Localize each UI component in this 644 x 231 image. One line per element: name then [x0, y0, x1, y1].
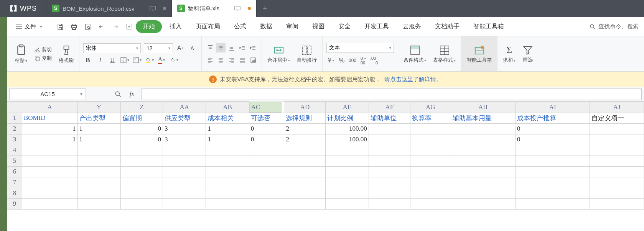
- align-left-icon[interactable]: [206, 56, 215, 65]
- cell-AB2[interactable]: 1: [206, 123, 249, 134]
- cell-Y9[interactable]: [77, 198, 120, 209]
- cell-AC8[interactable]: [249, 188, 284, 198]
- cell-AE8[interactable]: [326, 188, 369, 198]
- decrease-font-icon[interactable]: A-: [188, 44, 198, 53]
- cell-AI6[interactable]: [516, 166, 590, 177]
- cell-A1[interactable]: BOMID: [22, 113, 77, 123]
- col-header-Z[interactable]: Z: [120, 102, 163, 113]
- undo-icon[interactable]: [96, 21, 108, 33]
- menu-item-页面布局[interactable]: 页面布局: [189, 20, 226, 33]
- cell-A2[interactable]: 1: [22, 123, 77, 134]
- cell-style-icon[interactable]: ▾: [132, 56, 142, 65]
- cell-Y8[interactable]: [77, 188, 120, 198]
- border-icon[interactable]: ▾: [120, 56, 129, 65]
- cell-AA2[interactable]: 3: [163, 123, 206, 134]
- increase-decimal-icon[interactable]: .0→.00: [359, 56, 368, 65]
- row-header-6[interactable]: 6: [7, 166, 22, 177]
- cell-AE4[interactable]: [326, 145, 369, 156]
- cell-AC5[interactable]: [249, 156, 284, 166]
- row-header-7[interactable]: 7: [7, 177, 22, 188]
- merge-button[interactable]: 合并居中▾: [266, 44, 292, 64]
- filter-button[interactable]: 筛选: [521, 44, 535, 64]
- cell-Z4[interactable]: [120, 145, 163, 156]
- format-painter-button[interactable]: 格式刷: [57, 43, 75, 65]
- decrease-decimal-icon[interactable]: .00→.0: [369, 56, 379, 65]
- menu-item-开始[interactable]: 开始: [136, 20, 162, 33]
- cell-AG5[interactable]: [410, 156, 451, 166]
- cell-AD3[interactable]: 2: [284, 134, 326, 145]
- cell-AI8[interactable]: [516, 188, 590, 198]
- menu-item-文档助手[interactable]: 文档助手: [429, 20, 466, 33]
- menu-item-视图[interactable]: 视图: [306, 20, 331, 33]
- monitor-icon[interactable]: [149, 6, 156, 11]
- cell-AG7[interactable]: [410, 177, 451, 188]
- cell-AG9[interactable]: [410, 198, 451, 209]
- cell-AA5[interactable]: [163, 156, 206, 166]
- col-header-AC[interactable]: AC: [249, 102, 282, 113]
- decrease-indent-icon[interactable]: [238, 43, 247, 52]
- cell-Y3[interactable]: 1: [77, 134, 120, 145]
- cell-AF1[interactable]: 辅助单位: [369, 113, 410, 123]
- cell-AA4[interactable]: [163, 145, 206, 156]
- row-header-1[interactable]: 1: [7, 113, 22, 123]
- cell-AE6[interactable]: [326, 166, 369, 177]
- cell-AF7[interactable]: [369, 177, 410, 188]
- col-header-AB[interactable]: AB: [206, 102, 249, 113]
- percent-icon[interactable]: %: [337, 56, 346, 65]
- formula-input[interactable]: [141, 88, 642, 100]
- cell-AD7[interactable]: [284, 177, 326, 188]
- cell-Y7[interactable]: [77, 177, 120, 188]
- cell-AA7[interactable]: [163, 177, 206, 188]
- menu-item-审阅[interactable]: 审阅: [280, 20, 305, 33]
- font-name-select[interactable]: 宋体▾: [83, 43, 141, 53]
- select-all-corner[interactable]: [7, 102, 22, 113]
- cell-A9[interactable]: [22, 198, 77, 209]
- cell-AE3[interactable]: 100.00: [326, 134, 369, 145]
- menu-item-开发工具[interactable]: 开发工具: [358, 20, 395, 33]
- clear-format-icon[interactable]: ▾: [169, 56, 178, 65]
- table-style-button[interactable]: 表格样式▾: [432, 44, 457, 64]
- cell-AD6[interactable]: [284, 166, 326, 177]
- comma-icon[interactable]: 000: [348, 56, 357, 65]
- justify-icon[interactable]: [238, 56, 247, 65]
- cell-AJ4[interactable]: [590, 145, 644, 156]
- cell-AI4[interactable]: [516, 145, 590, 156]
- menu-item-公式[interactable]: 公式: [228, 20, 252, 33]
- cell-A7[interactable]: [22, 177, 77, 188]
- col-header-AF[interactable]: AF: [369, 102, 410, 113]
- new-tab-button[interactable]: +: [256, 0, 273, 17]
- cell-AJ2[interactable]: [590, 123, 644, 134]
- cell-AC6[interactable]: [249, 166, 284, 177]
- cell-Y6[interactable]: [77, 166, 120, 177]
- cell-AH4[interactable]: [451, 145, 515, 156]
- cell-AE2[interactable]: 100.00: [326, 123, 369, 134]
- cell-AD8[interactable]: [284, 188, 326, 198]
- cut-button[interactable]: 剪切: [33, 46, 53, 54]
- bold-icon[interactable]: B: [83, 56, 92, 65]
- cell-AI5[interactable]: [516, 156, 590, 166]
- name-box[interactable]: AC15▼: [9, 88, 86, 100]
- number-format-select[interactable]: 文本▾: [326, 43, 394, 53]
- cell-AD9[interactable]: [284, 198, 326, 209]
- menu-item-安全[interactable]: 安全: [332, 20, 357, 33]
- cell-AB5[interactable]: [206, 156, 249, 166]
- file-menu[interactable]: 文件 ▼: [12, 21, 46, 32]
- cell-AJ5[interactable]: [590, 156, 644, 166]
- menu-item-插入[interactable]: 插入: [163, 20, 188, 33]
- cell-AB3[interactable]: 1: [206, 134, 249, 145]
- align-bottom-icon[interactable]: [227, 43, 236, 52]
- row-header-8[interactable]: 8: [7, 188, 22, 198]
- row-header-3[interactable]: 3: [7, 134, 22, 145]
- cell-AA1[interactable]: 供应类型: [163, 113, 206, 123]
- align-center-icon[interactable]: [216, 56, 226, 65]
- cell-AJ6[interactable]: [590, 166, 644, 177]
- cell-AF4[interactable]: [369, 145, 410, 156]
- cell-AC7[interactable]: [249, 177, 284, 188]
- cell-A6[interactable]: [22, 166, 77, 177]
- cell-AI2[interactable]: 0: [516, 123, 590, 134]
- cell-AG1[interactable]: 换算率: [410, 113, 451, 123]
- paste-button[interactable]: 粘贴▾: [13, 43, 29, 65]
- cell-AI7[interactable]: [516, 177, 590, 188]
- warning-link[interactable]: 请点击这里了解详情。: [384, 76, 442, 83]
- cell-AJ3[interactable]: [590, 134, 644, 145]
